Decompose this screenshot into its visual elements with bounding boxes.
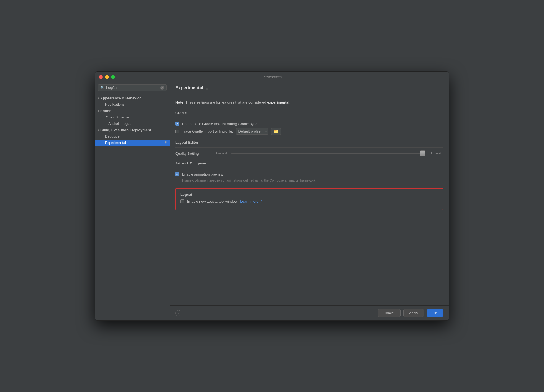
chevron-down-icon: ▾ (103, 116, 105, 119)
sidebar-item-color-scheme[interactable]: ▾ Color Scheme (95, 114, 170, 120)
sidebar-item-debugger[interactable]: Debugger (95, 133, 170, 140)
nav-arrows: ← → (433, 86, 443, 91)
folder-browse-button[interactable]: 📁 (271, 128, 281, 135)
gradle-section-title: Gradle (175, 111, 443, 115)
sidebar-item-appearance-behavior[interactable]: ▾ Appearance & Behavior (95, 95, 170, 101)
quality-slider-area: Fastest Slowest (213, 151, 443, 155)
option-row-trace-gradle: Trace Gradle import with profile: Defaul… (175, 128, 443, 135)
sidebar-nav: ▾ Appearance & Behavior Notifications ▾ … (95, 93, 170, 320)
sidebar-item-editor[interactable]: ▾ Editor (95, 108, 170, 114)
main-panel: Experimental ⊟ ← → Note: These settings … (170, 82, 449, 320)
search-input[interactable] (106, 86, 159, 90)
cancel-button[interactable]: Cancel (378, 309, 400, 317)
sidebar-group-label: Color Scheme (106, 115, 129, 119)
sidebar-item-build-execution-deployment[interactable]: ▾ Build, Execution, Deployment (95, 127, 170, 133)
layout-editor-divider (175, 147, 443, 148)
quality-max-label: Slowest (430, 151, 443, 155)
main-body: Note: These settings are for features th… (170, 94, 449, 305)
option-row-no-build: Do not build Gradle task list during Gra… (175, 122, 443, 126)
note-emphasis: experimental (267, 100, 289, 104)
option-row-enable-logcat: Enable new Logcat tool window Learn more… (180, 199, 438, 203)
active-page-icon: ⊟ (164, 141, 167, 144)
option-row-animation-preview: Enable animation preview (175, 172, 443, 176)
help-button[interactable]: ? (175, 310, 181, 316)
sidebar-item-experimental[interactable]: Experimental ⊟ (95, 140, 170, 146)
minimize-button[interactable] (105, 75, 109, 79)
option-label-animation-preview: Enable animation preview (182, 172, 223, 176)
main-header: Experimental ⊟ ← → (170, 82, 449, 94)
page-title: Experimental (175, 86, 203, 91)
gradle-section: Gradle Do not build Gradle task list dur… (175, 111, 443, 135)
option-label-enable-logcat: Enable new Logcat tool window (187, 199, 237, 203)
main-content: 🔍 ✕ ▾ Appearance & Behavior Notification… (95, 82, 449, 320)
titlebar: Preferences (95, 72, 449, 82)
sidebar-group-label: Build, Execution, Deployment (100, 128, 151, 132)
chevron-down-icon: ▾ (98, 109, 99, 112)
option-label-no-build: Do not build Gradle task list during Gra… (182, 122, 257, 126)
quality-setting-label: Quality Setting (175, 151, 209, 156)
sidebar-item-android-logcat[interactable]: Android Logcat (95, 120, 170, 127)
preferences-window: Preferences 🔍 ✕ ▾ Appearance & Behavior … (95, 71, 449, 321)
checkbox-enable-animation-preview[interactable] (175, 172, 179, 176)
layout-editor-section-title: Layout Editor (175, 140, 443, 145)
option-label-trace-gradle: Trace Gradle import with profile: (182, 129, 233, 133)
page-title-icon: ⊟ (205, 86, 209, 90)
quality-min-label: Fastest (213, 151, 227, 155)
close-button[interactable] (99, 75, 103, 79)
sidebar-group-label: Editor (100, 109, 111, 113)
checkbox-no-build-task-list[interactable] (175, 122, 179, 126)
apply-button[interactable]: Apply (403, 309, 424, 317)
checkbox-enable-new-logcat[interactable] (180, 199, 184, 203)
note-suffix: . (289, 100, 291, 104)
jetpack-compose-section-title: Jetpack Compose (175, 161, 443, 165)
jetpack-compose-section: Jetpack Compose Enable animation preview… (175, 161, 443, 182)
logcat-section-title: Logcat (180, 192, 438, 197)
logcat-section: Logcat Enable new Logcat tool window Lea… (175, 188, 443, 210)
sidebar-item-notifications[interactable]: Notifications (95, 101, 170, 108)
checkbox-trace-gradle[interactable] (175, 130, 179, 133)
sidebar: 🔍 ✕ ▾ Appearance & Behavior Notification… (95, 82, 170, 320)
note-block: Note: These settings are for features th… (175, 100, 443, 105)
chevron-down-icon: ▾ (98, 128, 99, 131)
search-wrapper: 🔍 ✕ (98, 84, 167, 91)
forward-arrow-icon[interactable]: → (439, 86, 443, 91)
chevron-down-icon: ▾ (98, 97, 99, 100)
layout-editor-section: Layout Editor Quality Setting Fastest Sl… (175, 140, 443, 156)
jetpack-compose-divider (175, 168, 443, 168)
quality-slider-track (231, 153, 425, 154)
main-title-row: Experimental ⊟ (175, 86, 209, 91)
trace-profile-dropdown[interactable]: Default profile Custom profile (236, 128, 268, 135)
back-arrow-icon[interactable]: ← (433, 86, 438, 91)
window-title: Preferences (262, 75, 282, 79)
note-prefix: Note: (175, 100, 184, 104)
search-icon: 🔍 (100, 86, 104, 90)
search-clear-button[interactable]: ✕ (160, 86, 164, 90)
footer-right: Cancel Apply OK (378, 309, 443, 317)
animation-preview-description: Frame-by-frame inspection of animations … (175, 179, 443, 182)
footer: ? Cancel Apply OK (170, 305, 449, 320)
sidebar-group-label: Appearance & Behavior (100, 96, 141, 100)
quality-setting-row: Quality Setting Fastest Slowest (175, 151, 443, 156)
trace-profile-dropdown-wrapper: Default profile Custom profile ▾ (236, 128, 268, 135)
maximize-button[interactable] (111, 75, 115, 79)
search-bar: 🔍 ✕ (95, 82, 170, 93)
quality-slider-thumb[interactable] (420, 150, 425, 156)
traffic-lights (99, 75, 115, 79)
ok-button[interactable]: OK (427, 309, 443, 317)
note-text: These settings are for features that are… (184, 100, 267, 104)
footer-left: ? (175, 310, 181, 316)
gradle-divider (175, 118, 443, 118)
learn-more-link[interactable]: Learn more ↗ (240, 199, 263, 203)
